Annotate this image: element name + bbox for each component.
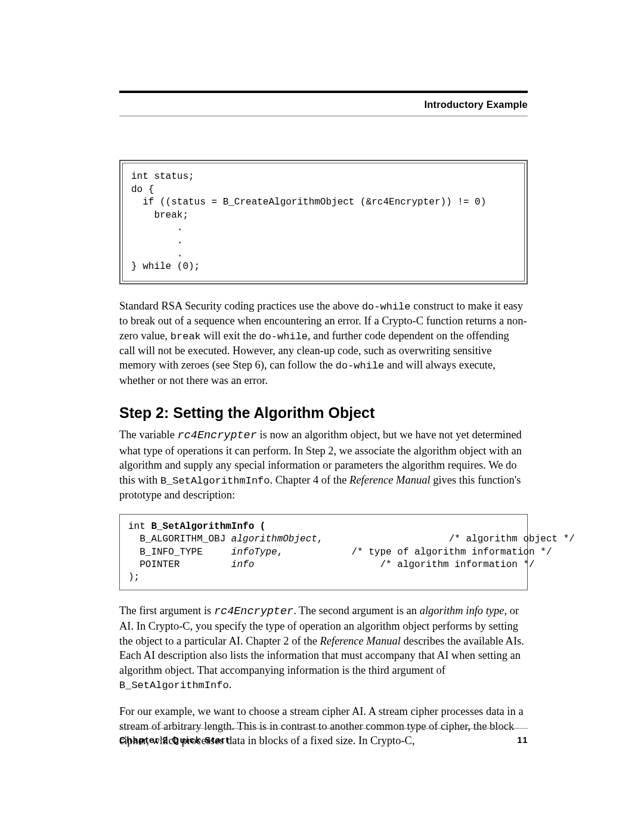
code-inline-var: rc4Encrypter — [178, 429, 257, 442]
code-inline-var: rc4Encrypter — [214, 605, 293, 618]
code-text: , /* type of algorithm information */ — [277, 547, 552, 558]
paragraph-step2-intro: The variable rc4Encrypter is now an algo… — [119, 428, 528, 502]
code-text: POINTER — [128, 559, 231, 570]
paragraph-do-while: Standard RSA Security coding practices u… — [119, 299, 528, 388]
top-thin-rule — [119, 116, 528, 116]
code-inline: B_SetAlgorithmInfo — [160, 475, 270, 487]
code-block-1-inner: int status; do { if ((status = B_CreateA… — [122, 163, 525, 281]
code-param: algorithmObject — [231, 534, 317, 544]
code-text: B_ALGORITHM_OBJ — [128, 534, 231, 544]
code-text: , /* algorithm object */ — [317, 534, 575, 544]
content-area: int status; do { if ((status = B_CreateA… — [119, 160, 528, 760]
paragraph-ai-description: The first argument is rc4Encrypter. The … — [119, 603, 528, 692]
heading-step2: Step 2: Setting the Algorithm Object — [119, 404, 528, 422]
running-header: Introductory Example — [424, 99, 528, 110]
code-block-1: int status; do { if ((status = B_CreateA… — [119, 160, 528, 284]
code-inline: B_SetAlgorithmInfo — [119, 680, 229, 691]
footer-row: Chapter 2 Quick Start 11 — [119, 735, 528, 745]
code-param: infoType — [231, 547, 277, 558]
code-text: /* algorithm information */ — [254, 559, 534, 570]
footer-page-number: 11 — [517, 735, 528, 745]
top-thick-rule — [119, 91, 528, 93]
code-param: info — [231, 559, 254, 570]
code-text: ); — [128, 572, 140, 583]
footer-rule — [119, 728, 528, 729]
text: . The second argument is an — [293, 605, 420, 617]
text: Standard RSA Security coding practices u… — [119, 300, 362, 312]
code-inline: break — [171, 331, 201, 342]
code-text: int — [128, 521, 151, 532]
page-footer: Chapter 2 Quick Start 11 — [119, 728, 528, 745]
code-text: B_INFO_TYPE — [128, 547, 231, 558]
page: Introductory Example int status; do { if… — [0, 0, 644, 833]
italic-ref: Reference Manual — [320, 635, 400, 647]
code-block-2: int B_SetAlgorithmInfo ( B_ALGORITHM_OBJ… — [119, 514, 528, 590]
code-inline: do-while — [336, 360, 385, 371]
italic-term: algorithm info type — [420, 605, 504, 617]
text: . Chapter 4 of the — [270, 474, 350, 486]
text: The first argument is — [119, 605, 214, 617]
italic-ref: Reference Manual — [349, 474, 430, 486]
text: The variable — [119, 429, 178, 441]
text: will exit the — [201, 330, 259, 342]
code-inline: do-while — [362, 301, 411, 312]
footer-chapter: Chapter 2 Quick Start — [119, 735, 230, 745]
code-inline: do-while — [259, 331, 308, 342]
code-bold: B_SetAlgorithmInfo ( — [151, 521, 265, 532]
text: . — [229, 679, 232, 690]
